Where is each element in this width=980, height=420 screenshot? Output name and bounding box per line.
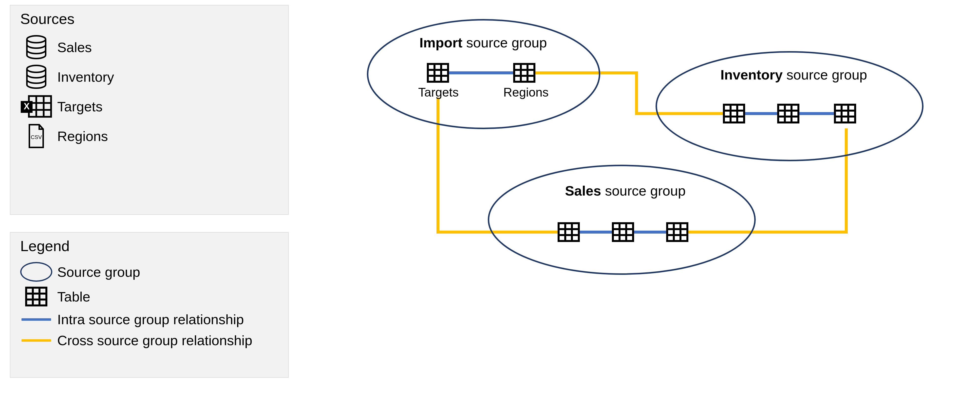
legend-row-cross: Cross source group relationship (20, 332, 288, 348)
sources-title: Sources (20, 10, 288, 27)
legend-row-intra: Intra source group relationship (20, 311, 288, 327)
source-label: Sales (57, 39, 92, 55)
svg-point-1 (27, 65, 46, 72)
legend-label: Intra source group relationship (57, 311, 244, 327)
table-icon (427, 63, 449, 83)
intra-line-icon (20, 318, 52, 321)
sources-panel: Sources Sales Inventory (10, 5, 289, 215)
sales-group-title: Sales source group (565, 183, 686, 199)
legend-row-table: Table (20, 287, 288, 307)
legend-row-sourcegroup: Source group (20, 262, 288, 282)
svg-point-0 (27, 36, 46, 43)
table-icon (723, 104, 745, 123)
legend-label: Cross source group relationship (57, 332, 252, 348)
svg-rect-28 (514, 64, 535, 82)
csv-file-icon: CSV (20, 124, 52, 149)
cross-line-icon (20, 339, 52, 342)
table-icon (513, 63, 535, 83)
database-icon (20, 35, 52, 59)
svg-rect-48 (558, 223, 579, 241)
svg-rect-53 (613, 223, 633, 241)
source-row-regions: CSV Regions (20, 124, 288, 149)
legend-label: Source group (57, 264, 140, 280)
table-icon (20, 287, 52, 307)
source-row-targets: X Targets (20, 94, 288, 119)
svg-rect-23 (428, 64, 448, 82)
targets-table-label: Targets (418, 85, 458, 99)
table-icon (777, 104, 799, 123)
cross-edges (438, 73, 846, 232)
table-icon (834, 104, 856, 123)
ellipse-icon (20, 262, 52, 282)
group-ellipses (368, 20, 923, 274)
svg-rect-10 (26, 287, 46, 305)
import-group-title: Import source group (420, 35, 547, 51)
svg-point-22 (488, 165, 755, 274)
regions-table-label: Regions (503, 85, 548, 99)
excel-table-icon: X (20, 94, 52, 119)
svg-rect-33 (724, 105, 744, 123)
svg-text:X: X (24, 101, 30, 111)
svg-rect-38 (778, 105, 799, 123)
svg-rect-58 (667, 223, 687, 241)
table-icon (558, 222, 580, 242)
source-row-inventory: Inventory (20, 64, 288, 89)
legend-title: Legend (20, 238, 288, 255)
svg-text:CSV: CSV (30, 134, 42, 140)
source-label: Targets (57, 99, 103, 115)
legend-label: Table (57, 289, 90, 305)
table-icon (612, 222, 634, 242)
svg-rect-43 (835, 105, 855, 123)
database-icon (20, 64, 52, 89)
source-label: Regions (57, 128, 108, 144)
diagram: Import source group Targets Regions Inve… (321, 15, 962, 311)
source-label: Inventory (57, 69, 114, 85)
source-row-sales: Sales (20, 35, 288, 59)
legend-panel: Legend Source group Table Intra source g… (10, 232, 289, 378)
inventory-group-title: Inventory source group (721, 67, 867, 83)
diagram-svg (321, 15, 962, 311)
table-icon (666, 222, 688, 242)
